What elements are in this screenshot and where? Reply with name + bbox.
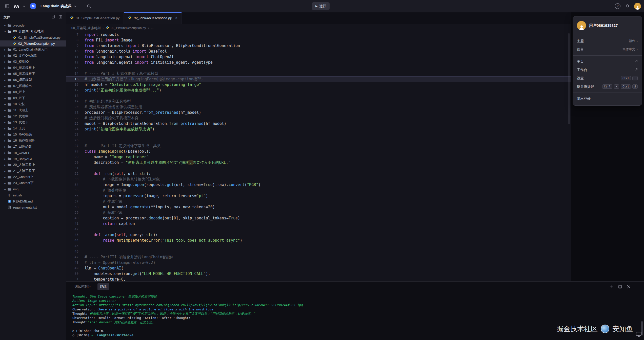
code-line-51[interactable]: 51 temperature=0,	[66, 277, 571, 281]
bell-icon[interactable]	[624, 3, 631, 9]
tree-item-10_记忆[interactable]: ▸10_记忆	[0, 101, 66, 107]
breadcrumb-segment[interactable]: 02_PictureDescription.py	[106, 26, 146, 30]
code-line-26[interactable]: 26	[66, 138, 571, 143]
chevron-icon[interactable]: ▸	[3, 164, 7, 166]
menu-item-设置[interactable]: 设置Ctrl,	[573, 74, 642, 82]
editor-tab-02_PictureDescription.py[interactable]: 02_PictureDescription.py×	[124, 12, 182, 24]
menu-item-主题[interactable]: 主题颜色›	[573, 37, 642, 45]
chevron-icon[interactable]: ▸	[3, 54, 7, 57]
chevron-icon[interactable]: ▸	[3, 24, 7, 27]
code-line-35[interactable]: 35 # 预处理图像	[66, 188, 571, 193]
tree-item-01_SimpleTextGeneration.py[interactable]: 01_SimpleTextGeneration.py	[0, 34, 66, 40]
code-line-31[interactable]: 31	[66, 165, 571, 171]
menu-item-退出登录[interactable]: 退出登录	[573, 95, 642, 103]
tree-item-15_RAG应用[interactable]: ▸15_RAG应用	[0, 131, 66, 138]
code-line-16[interactable]: 16hf_model = "Salesforce/blip-image-capt…	[66, 82, 571, 87]
code-line-32[interactable]: 32 def _run(self, url: str):	[66, 171, 571, 176]
code-line-50[interactable]: 50 model=os.environ.get("LLM_MODEL_4K_FU…	[66, 271, 571, 277]
code-line-7[interactable]: 7import requests	[66, 32, 571, 37]
code-line-43[interactable]: 43 def _arun(self, query: str):	[66, 232, 571, 238]
menu-item-主页[interactable]: 主页	[573, 57, 642, 66]
chevron-icon[interactable]: ▸	[3, 151, 7, 154]
code-line-36[interactable]: 36 inputs = processor(image, return_tens…	[66, 193, 571, 199]
tree-item-.vscode[interactable]: ▸.vscode	[0, 22, 66, 28]
code-line-49[interactable]: 49llm = ChatOpenAI(	[66, 265, 571, 271]
user-avatar[interactable]	[634, 3, 641, 10]
tree-item-02_PictureDescription.py[interactable]: 02_PictureDescription.py	[0, 40, 66, 47]
chevron-down-icon[interactable]	[23, 5, 25, 7]
code-line-21[interactable]: 21processor = BlipProcessor.from_pretrai…	[66, 110, 571, 115]
chevron-icon[interactable]: ▸	[3, 60, 7, 63]
editor-tab-01_SimpleTextGeneration.py[interactable]: 01_SimpleTextGeneration.py	[66, 12, 124, 24]
menu-item-键盘快捷键[interactable]: 键盘快捷键CtrlKCtrlS	[573, 82, 642, 91]
code-line-11[interactable]: 11from langchain_openai import ChatOpenA…	[66, 54, 571, 60]
chevron-icon[interactable]: ▸	[3, 85, 7, 87]
code-line-17[interactable]: 17print("正在初始化图像字幕生成模型...")	[66, 87, 571, 93]
help-icon[interactable]: ?	[615, 3, 620, 9]
tree-item-img[interactable]: ▸img	[0, 186, 66, 192]
code-line-25[interactable]: 25	[66, 132, 571, 138]
tree-item-requirements.txt[interactable]: requirements.txt	[0, 204, 66, 210]
split-panel-icon[interactable]	[618, 285, 622, 289]
breadcrumb-segment[interactable]: 00_开篇词_奇点时刻	[71, 26, 100, 30]
code-line-39[interactable]: 39 # 获取字幕	[66, 210, 571, 215]
tree-item-README.md[interactable]: iREADME.md	[0, 198, 66, 204]
tree-item-16_操作数据库[interactable]: ▸16_操作数据库	[0, 138, 66, 144]
chevron-icon[interactable]: ▸	[3, 157, 7, 160]
chevron-icon[interactable]: ▸	[3, 127, 7, 130]
code-line-33[interactable]: 33 # 下载图像并将其转换为PIL对象	[66, 176, 571, 182]
breadcrumb-segment[interactable]: ...	[151, 26, 154, 30]
workspace-icon[interactable]	[30, 3, 36, 9]
run-button[interactable]: ▶ 运行	[312, 2, 330, 10]
tab-debug-console[interactable]: 调试控制台	[72, 283, 93, 290]
breadcrumb[interactable]: 00_开篇词_奇点时刻›02_PictureDescription.py›...	[66, 24, 571, 32]
editor-scrollbar[interactable]	[568, 33, 570, 124]
code-line-28[interactable]: 28class ImageCapTool(BaseTool):	[66, 149, 571, 154]
chevron-icon[interactable]: ▸	[3, 170, 7, 172]
chevron-icon[interactable]: ▾	[3, 30, 7, 33]
tree-item-22_Chatbot上[interactable]: ▸22_Chatbot上	[0, 174, 66, 180]
tree-item-12_代理中[interactable]: ▸12_代理中	[0, 113, 66, 119]
tree-item-07_解析输出[interactable]: ▸07_解析输出	[0, 83, 66, 89]
code-line-9[interactable]: 9from transformers import BlipProcessor,…	[66, 43, 571, 49]
chevron-icon[interactable]: ▸	[3, 103, 7, 106]
code-line-30[interactable]: 30 description = "使用该工具可以生成图片的文字描述，需要传入图…	[66, 160, 571, 165]
workspace-name[interactable]: LangChain 实战课	[41, 4, 71, 9]
code-line-19[interactable]: 19# 初始化处理器和工具模型	[66, 99, 571, 104]
tree-item-13_代理下[interactable]: ▸13_代理下	[0, 119, 66, 125]
code-line-40[interactable]: 40 caption = processor.decode(out[0], sk…	[66, 215, 571, 221]
code-line-38[interactable]: 38 out = model.generate(**inputs, max_ne…	[66, 204, 571, 210]
close-panel-icon[interactable]	[627, 285, 630, 288]
code-line-12[interactable]: 12from langchain.agents import initializ…	[66, 60, 571, 65]
code-line-34[interactable]: 34 image = Image.open(requests.get(url, …	[66, 182, 571, 188]
chevron-icon[interactable]: ▸	[3, 176, 7, 178]
chevron-icon[interactable]: ▸	[3, 145, 7, 148]
code-line-45[interactable]: 45	[66, 243, 571, 249]
collapse-folders-icon[interactable]	[58, 15, 62, 19]
ide-logo[interactable]	[13, 3, 20, 9]
tree-item-init.sh[interactable]: $init.sh	[0, 192, 66, 198]
chevron-icon[interactable]: ▸	[3, 188, 7, 191]
code-line-48[interactable]: 48# llm = OpenAI(temperature=0.2)	[66, 260, 571, 265]
code-line-42[interactable]: 42	[66, 226, 571, 232]
code-line-37[interactable]: 37 # 生成字幕	[66, 199, 571, 204]
chevron-icon[interactable]: ▸	[3, 109, 7, 112]
tree-item-06_调用模型[interactable]: ▸06_调用模型	[0, 77, 66, 83]
code-line-46[interactable]: 46	[66, 249, 571, 254]
tree-item-09_链下[interactable]: ▸09_链下	[0, 95, 66, 101]
tree-item-02_文档QA系统[interactable]: ▸02_文档QA系统	[0, 53, 66, 59]
tree-item-19_BabyAGI[interactable]: ▸19_BabyAGI	[0, 156, 66, 162]
code-line-8[interactable]: 8from PIL import Image	[66, 37, 571, 43]
chevron-icon[interactable]: ▸	[3, 73, 7, 75]
tree-item-23_Chatbot下[interactable]: ▸23_Chatbot下	[0, 180, 66, 186]
monitor-icon[interactable]	[635, 331, 642, 338]
tree-item-21_人脉工具下[interactable]: ▸21_人脉工具下	[0, 168, 66, 174]
menu-item-工作台[interactable]: 工作台	[573, 66, 642, 74]
tree-item-04_提示模板上[interactable]: ▸04_提示模板上	[0, 65, 66, 71]
tree-item-03_模型IO[interactable]: ▸03_模型IO	[0, 59, 66, 65]
tree-item-08_链上[interactable]: ▸08_链上	[0, 89, 66, 95]
code-line-44[interactable]: 44 raise NotImplementedError("This tool …	[66, 238, 571, 243]
chevron-icon[interactable]: ▸	[3, 79, 7, 81]
code-line-14[interactable]: 14# ---- Part I 初始化图像字幕生成模型	[66, 71, 571, 76]
chevron-icon[interactable]: ▸	[3, 133, 7, 136]
